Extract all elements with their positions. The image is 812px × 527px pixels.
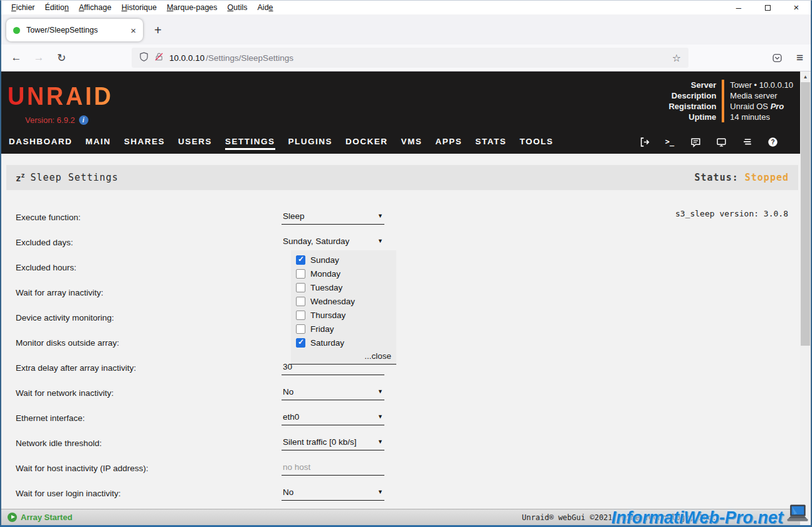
form-row-excluded-hours: Excluded hours: xyxy=(11,255,786,280)
nav-shares[interactable]: SHARES xyxy=(124,134,165,150)
server-info: Server Tower • 10.0.0.10 Description Med… xyxy=(668,80,793,122)
dropdown-close-link[interactable]: ...close xyxy=(291,349,396,364)
svg-text:?: ? xyxy=(771,139,774,146)
day-option-saturday[interactable]: Saturday xyxy=(291,336,396,349)
checkbox-icon[interactable] xyxy=(296,338,305,348)
tab-tower-sleepsettings[interactable]: Tower/SleepSettings × xyxy=(6,19,143,41)
wait-network-inactivity-select[interactable]: No▼ xyxy=(282,386,384,400)
form-row-ethernet-interface: Ethernet interface: eth0▼ xyxy=(11,405,786,430)
chevron-down-icon: ▼ xyxy=(377,413,383,420)
reload-button[interactable]: ↻ xyxy=(54,51,69,65)
day-option-monday[interactable]: Monday xyxy=(291,267,396,280)
back-button[interactable]: ← xyxy=(9,51,24,64)
unraid-header: UNRAID Version: 6.9.2 i Server Tower • 1… xyxy=(1,72,811,130)
day-option-friday[interactable]: Friday xyxy=(291,322,396,336)
info-icon[interactable]: i xyxy=(79,115,88,125)
day-option-wednesday[interactable]: Wednesday xyxy=(291,294,396,308)
checkbox-icon[interactable] xyxy=(296,255,305,265)
url-path: /Settings/SleepSettings xyxy=(206,53,293,63)
menu-outils[interactable]: Outils xyxy=(223,3,253,12)
checkbox-icon[interactable] xyxy=(296,269,305,279)
form-row-monitor-disks-outside-array: Monitor disks outside array: xyxy=(11,330,786,355)
shield-icon[interactable] xyxy=(139,52,149,63)
nav-docker[interactable]: DOCKER xyxy=(345,134,388,150)
sleep-zz-icon: zz xyxy=(16,172,24,184)
tab-title: Tower/SleepSettings xyxy=(26,26,124,35)
maximize-icon xyxy=(765,5,771,11)
url-input[interactable]: 10.0.0.10/Settings/SleepSettings ☆ xyxy=(132,48,688,68)
day-option-sunday[interactable]: Sunday xyxy=(291,253,396,267)
excluded-days-select[interactable]: Sunday, Saturday▼ xyxy=(282,235,384,250)
nav-apps[interactable]: APPS xyxy=(435,134,462,150)
page-content: zz Sleep Settings Status: Stopped s3_sle… xyxy=(1,154,811,509)
laptop-icon xyxy=(786,504,809,525)
nav-main[interactable]: MAIN xyxy=(85,134,111,150)
checkbox-icon[interactable] xyxy=(296,324,305,334)
maximize-button[interactable] xyxy=(753,1,782,14)
menu-fichier[interactable]: Fichier xyxy=(6,3,40,12)
user-login-inactivity-select[interactable]: No▼ xyxy=(282,486,384,501)
unraid-version: Version: 6.9.2 i xyxy=(25,115,88,125)
tab-strip: Tower/SleepSettings × + xyxy=(1,14,811,45)
window-controls: – × xyxy=(724,1,811,14)
ethernet-interface-select[interactable]: eth0▼ xyxy=(282,411,384,425)
minimize-button[interactable]: – xyxy=(724,1,753,14)
unraid-logo: UNRAID xyxy=(8,82,113,111)
status-badge: Status: Stopped xyxy=(695,172,789,183)
scrollbar[interactable]: ▲ xyxy=(800,72,811,525)
logout-icon[interactable] xyxy=(638,136,650,147)
server-info-value: Media server xyxy=(724,90,793,101)
nav-plugins[interactable]: PLUGINS xyxy=(288,134,333,150)
checkbox-icon[interactable] xyxy=(296,283,305,292)
scroll-up-arrow[interactable]: ▲ xyxy=(800,72,811,82)
server-info-label: Server xyxy=(668,80,724,90)
scrollbar-thumb[interactable] xyxy=(801,82,810,346)
menu-aide[interactable]: Aide xyxy=(253,3,278,12)
tab-close-icon[interactable]: × xyxy=(130,25,136,36)
network-idle-threshold-select[interactable]: Silent traffic [0 kb/s]▼ xyxy=(282,436,384,450)
execute-function-select[interactable]: Sleep▼ xyxy=(282,210,384,225)
checkbox-icon[interactable] xyxy=(296,297,305,306)
url-host: 10.0.0.10 xyxy=(169,53,204,63)
form-row-network-idle-threshold: Network idle threshold: Silent traffic [… xyxy=(11,430,786,455)
terminal-icon[interactable]: >_ xyxy=(664,136,675,147)
app-menu-icon[interactable]: ≡ xyxy=(796,51,803,65)
url-toolbar: ← → ↻ 10.0.0.10/Settings/SleepSettings ☆… xyxy=(1,45,811,72)
feedback-icon[interactable] xyxy=(690,136,701,147)
checkbox-icon[interactable] xyxy=(296,311,305,320)
nav-stats[interactable]: STATS xyxy=(475,134,507,150)
array-play-icon xyxy=(8,513,17,522)
forward-button[interactable]: → xyxy=(31,51,46,64)
new-tab-button[interactable]: + xyxy=(154,23,162,38)
page-title-bar: zz Sleep Settings Status: Stopped xyxy=(6,165,798,190)
display-icon[interactable] xyxy=(715,136,727,147)
chevron-down-icon: ▼ xyxy=(377,439,383,445)
watermark-text: InformatiWeb-Pro.net xyxy=(611,508,783,527)
help-icon[interactable]: ? xyxy=(767,136,778,147)
array-status: Array Started xyxy=(21,513,72,522)
server-info-label: Registration xyxy=(668,101,724,112)
chevron-down-icon: ▼ xyxy=(377,388,383,395)
day-option-thursday[interactable]: Thursday xyxy=(291,308,396,322)
day-option-tuesday[interactable]: Tuesday xyxy=(291,280,396,294)
menu-historique[interactable]: Historique xyxy=(117,3,162,12)
chevron-down-icon: ▼ xyxy=(377,489,383,495)
close-button[interactable]: × xyxy=(782,1,811,14)
nav-tools[interactable]: TOOLS xyxy=(520,134,554,150)
server-info-label: Description xyxy=(668,90,724,101)
pro-badge: Pro xyxy=(771,102,784,111)
log-icon[interactable] xyxy=(741,136,752,147)
menu-affichage[interactable]: Affichage xyxy=(74,3,117,12)
nav-vms[interactable]: VMS xyxy=(401,134,423,150)
bookmark-star-icon[interactable]: ☆ xyxy=(672,52,681,64)
host-inactivity-input[interactable] xyxy=(282,461,384,476)
nav-settings[interactable]: SETTINGS xyxy=(225,134,275,150)
insecure-lock-icon[interactable] xyxy=(154,52,164,63)
excluded-days-dropdown: Sunday Monday Tuesday Wednesday Thursday… xyxy=(291,250,396,365)
menu-marque-pages[interactable]: Marque-pages xyxy=(162,3,223,12)
nav-users[interactable]: USERS xyxy=(178,134,212,150)
nav-dashboard[interactable]: DASHBOARD xyxy=(9,134,72,150)
pocket-icon[interactable] xyxy=(772,53,783,63)
menu-edition[interactable]: Édition xyxy=(40,3,74,12)
form-row-excluded-days: Excluded days: Sunday, Saturday▼ xyxy=(11,230,786,255)
